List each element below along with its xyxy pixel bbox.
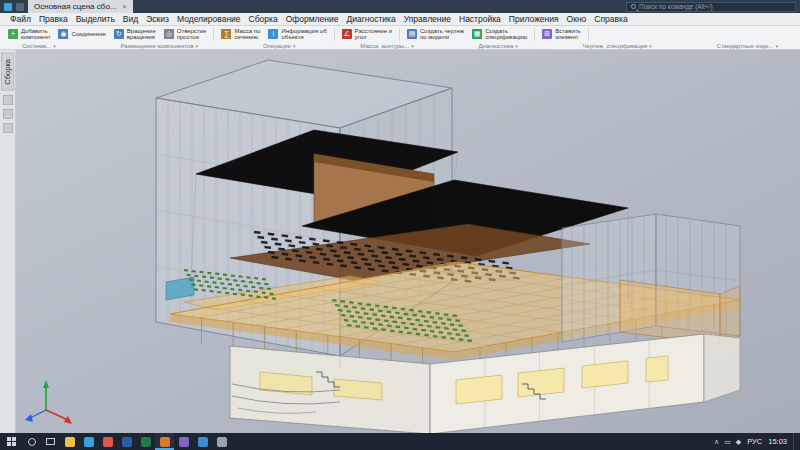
ribbon-separator (534, 28, 535, 41)
create-bom-icon: ▦ (472, 29, 482, 39)
menu-item[interactable]: Файл (6, 14, 35, 24)
menu-item[interactable]: Эскиз (142, 14, 173, 24)
menu-item[interactable]: Моделирование (173, 14, 245, 24)
taskbar-app-settings[interactable] (212, 433, 231, 450)
taskbar-app-paint[interactable] (174, 433, 193, 450)
menu-item[interactable]: Справка (590, 14, 631, 24)
command-search-placeholder: Поиск по команде (Alt+/) (639, 3, 713, 10)
assembly-panel-tab[interactable]: Сборка (1, 53, 14, 91)
close-icon[interactable]: × (123, 3, 127, 10)
app-logo-icon (4, 3, 12, 11)
menu-item[interactable]: Управление (400, 14, 455, 24)
ribbon-button-label: Вставитьэлемент (555, 28, 580, 41)
save-icon[interactable] (16, 3, 24, 11)
search-icon (28, 438, 36, 446)
taskbar-search-button[interactable] (22, 433, 41, 450)
ribbon-group-label[interactable]: Масса, контуры...▾ (360, 43, 413, 49)
ribbon-separator (334, 28, 335, 41)
menu-item[interactable]: Диагностика (342, 14, 399, 24)
chevron-down-icon: ▾ (515, 43, 518, 49)
tflex-cad-icon (160, 437, 170, 447)
start-button[interactable] (0, 433, 22, 450)
panel-icon-1[interactable] (3, 95, 13, 105)
file-explorer-icon (65, 437, 75, 447)
command-search-input[interactable]: Поиск по команде (Alt+/) (626, 2, 796, 12)
ribbon-button-label: Соединение (71, 31, 105, 38)
system-tray: ∧▭◆ РУС 15:03 (714, 433, 800, 450)
ribbon-button-rotation[interactable]: ↻Вращениевращения (110, 27, 160, 42)
taskbar-app-chrome-browser[interactable] (98, 433, 117, 450)
excel-icon (141, 437, 151, 447)
ribbon-group-label[interactable]: Система...▾ (22, 43, 56, 49)
object-info-icon: i (268, 29, 278, 39)
menu-item[interactable]: Сборка (245, 14, 282, 24)
tray-expand-icon[interactable]: ∧ (714, 438, 719, 446)
taskbar-app-excel[interactable] (136, 433, 155, 450)
model-right-volumes (562, 214, 740, 344)
ribbon-button-create-bom[interactable]: ▦Создатьспецификацию (468, 27, 531, 42)
menu-item[interactable]: Выделить (72, 14, 119, 24)
mail-icon (198, 437, 208, 447)
chevron-down-icon: ▾ (293, 43, 296, 49)
language-indicator[interactable]: РУС (747, 437, 762, 446)
taskbar-app-mail[interactable] (193, 433, 212, 450)
taskbar-app-edge-browser[interactable] (79, 433, 98, 450)
menu-item[interactable]: Приложения (505, 14, 563, 24)
taskbar-app-tflex-cad[interactable] (155, 433, 174, 450)
ribbon-group-label[interactable]: Чертеж, спецификация▾ (583, 43, 652, 49)
left-toolbar: Сборка (0, 50, 16, 433)
paint-icon (179, 437, 189, 447)
word-icon (122, 437, 132, 447)
menu-item[interactable]: Вид (119, 14, 142, 24)
axis-triad (25, 380, 72, 424)
panel-icon-2[interactable] (3, 109, 13, 119)
distance-angle-icon: ∠ (342, 29, 352, 39)
ribbon-button-add-component[interactable]: +Добавитькомпонент (4, 27, 54, 42)
network-icon[interactable]: ◆ (736, 438, 741, 446)
ribbon-button-object-info[interactable]: iИнформация обобъекте (264, 27, 330, 42)
model-canvas (16, 50, 800, 433)
ribbon-button-create-drawing[interactable]: ▤Создать чертежпо модели (403, 27, 468, 42)
document-tab-label: Основная сцена сбо... (34, 2, 117, 11)
ribbon-button-label: Расстояние иугол (355, 28, 392, 41)
create-drawing-icon: ▤ (407, 29, 417, 39)
ribbon-button-label: Создать чертежпо модели (420, 28, 464, 41)
show-desktop-button[interactable] (793, 433, 797, 450)
clock[interactable]: 15:03 (768, 437, 787, 446)
ribbon-button-connection[interactable]: ◉Соединение (54, 27, 109, 42)
ribbon-button-label: Вращениевращения (127, 28, 156, 41)
document-tab[interactable]: Основная сцена сбо... × (28, 0, 133, 13)
ribbon-button-label: Информация обобъекте (281, 28, 326, 41)
ribbon: +Добавитькомпонент◉Соединение↻Вращениевр… (0, 26, 800, 50)
ribbon-button-hole[interactable]: ◎Отверстиепростое (160, 27, 211, 42)
ribbon-button-insert-element[interactable]: ⊞Вставитьэлемент (538, 27, 584, 42)
task-view-button[interactable] (41, 433, 60, 450)
taskbar-app-file-explorer[interactable] (60, 433, 79, 450)
chevron-down-icon: ▾ (196, 43, 199, 49)
mass-by-section-icon: ∑ (221, 29, 231, 39)
battery-icon[interactable]: ▭ (724, 438, 731, 446)
menu-item[interactable]: Оформление (282, 14, 343, 24)
ribbon-group-label[interactable]: Операции▾ (263, 43, 296, 49)
menu-item[interactable]: Правка (35, 14, 72, 24)
chrome-browser-icon (103, 437, 113, 447)
menu-item[interactable]: Окно (563, 14, 591, 24)
search-icon (631, 4, 636, 9)
ribbon-button-mass-by-section[interactable]: ∑Масса посечению (217, 27, 264, 42)
task-view-icon (46, 438, 55, 445)
insert-element-icon: ⊞ (542, 29, 552, 39)
taskbar-app-word[interactable] (117, 433, 136, 450)
ribbon-separator (399, 28, 400, 41)
menu-item[interactable]: Настройка (455, 14, 505, 24)
viewport-3d[interactable] (16, 50, 800, 433)
ribbon-group-label[interactable]: Стандартные изде...▾ (717, 43, 778, 49)
ribbon-button-distance-angle[interactable]: ∠Расстояние иугол (338, 27, 396, 42)
ribbon-group-label[interactable]: Размещение компонентов▾ (121, 43, 199, 49)
ribbon-group-label[interactable]: Диагностика▾ (478, 43, 517, 49)
hole-icon: ◎ (164, 29, 174, 39)
connection-icon: ◉ (58, 29, 68, 39)
chevron-down-icon: ▾ (649, 43, 652, 49)
menubar: ФайлПравкаВыделитьВидЭскизМоделированиеС… (0, 13, 800, 26)
panel-icon-3[interactable] (3, 123, 13, 133)
add-component-icon: + (8, 29, 18, 39)
